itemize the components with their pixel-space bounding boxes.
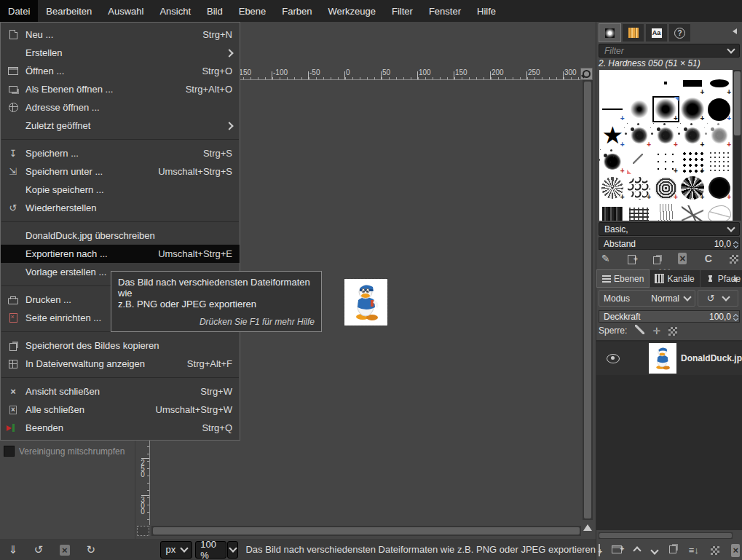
menubar-item-hilfe[interactable]: Hilfe [469,0,504,22]
vertical-scrollbar[interactable] [583,80,593,520]
menubar-item-bild[interactable]: Bild [199,0,231,22]
zoom-level-field[interactable]: 100 % [195,541,226,559]
open-brush-as-image-button[interactable] [730,251,738,266]
new-layer-group-button[interactable] [612,544,622,557]
brush-cell[interactable]: + [679,122,706,149]
menu-item-erstellen[interactable]: Erstellen [1,44,240,62]
new-layer-button[interactable] [599,544,600,557]
brush-cell[interactable]: ★+ [599,122,626,149]
tab-patterns[interactable] [623,24,644,42]
tab-layers[interactable]: Ebenen [597,270,649,287]
lock-alpha-button[interactable] [668,326,677,336]
brush-cell[interactable]: + [626,122,653,149]
brush-cell[interactable] [599,70,626,96]
menu-item-in-dateiverwaltung-anzeigen[interactable]: In Dateiverwaltung anzeigenStrg+Alt+F [1,355,240,373]
layer-scrollbar-thumb[interactable] [599,533,732,538]
lock-position-button[interactable]: ✛ [652,326,660,336]
menubar-item-ansicht[interactable]: Ansicht [151,0,199,22]
vertical-scrollbar-thumb[interactable] [584,82,591,518]
menu-item-kopie-speichern[interactable]: Kopie speichern ... [1,181,240,199]
brush-scrollbar-thumb[interactable] [734,71,741,135]
menubar-item-auswahl[interactable]: Auswahl [100,0,151,22]
menu-item-öffnen[interactable]: Öffnen ...Strg+O [1,62,240,80]
brush-filter-input[interactable]: Filter [599,44,740,58]
refresh-brushes-button[interactable]: C [705,251,712,266]
zoom-dropdown-button[interactable] [227,541,239,559]
new-brush-button[interactable] [628,251,636,266]
brush-spacing-slider[interactable]: Abstand 10,0 [599,237,740,250]
delete-brush-button[interactable]: × [678,251,687,266]
layer-row-donaldduck[interactable]: DonaldDuck.jp [596,342,742,375]
brush-cell[interactable]: + [626,175,653,201]
horizontal-scrollbar-thumb[interactable] [153,527,580,535]
brush-group-dropdown[interactable]: Basic, [599,222,740,236]
menu-item-alle-schließen[interactable]: ×Alle schließenUmschalt+Strg+W [1,401,240,419]
navigation-button[interactable] [582,521,593,533]
brush-cell[interactable]: + [679,175,706,201]
brush-cell[interactable]: + [706,201,733,221]
brush-cell[interactable]: + [626,201,653,221]
tab-fonts[interactable]: Aa [646,24,667,42]
brush-cell[interactable]: + [679,201,706,221]
mode-group-switch-button[interactable]: ↺ [698,290,738,307]
reset-tool-options-button[interactable]: ↻ [86,544,95,555]
brush-grid-scrollbar[interactable] [733,70,741,221]
unit-dropdown[interactable]: px [160,541,192,559]
brush-cell[interactable]: + [652,201,679,221]
menu-item-wiederherstellen[interactable]: ↺Wiederherstellen [1,199,240,217]
opacity-spinner[interactable] [734,312,738,320]
save-tool-preset-button[interactable]: ⇓ [8,544,17,555]
menu-item-speicherort-des-bildes-kopieren[interactable]: Speicherort des Bildes kopieren [1,336,240,355]
tab-help[interactable]: ? [669,24,690,42]
menubar-item-werkzeuge[interactable]: Werkzeuge [320,0,384,22]
edit-brush-button[interactable]: ✎ [601,251,610,266]
menubar-item-bearbeiten[interactable]: Bearbeiten [38,0,100,22]
spacing-spinner[interactable] [734,240,738,248]
menu-item-ansicht-schließen[interactable]: ×Ansicht schließenStrg+W [1,382,240,401]
menu-item-speichern-unter[interactable]: ⇲Speichern unter ...Umschalt+Strg+S [1,162,240,181]
brush-cell[interactable]: + [706,96,733,122]
brush-cell-selected[interactable]: + [652,96,679,122]
menubar-item-filter[interactable]: Filter [384,0,421,22]
canvas-image-donaldduck[interactable] [344,279,387,326]
delete-tool-preset-button[interactable]: × [60,544,70,556]
checkbox-icon[interactable] [4,446,15,457]
duplicate-layer-button[interactable] [669,543,676,557]
brush-cell[interactable]: + [679,70,706,96]
menu-item-donaldduck-jpg-überschreiben[interactable]: DonaldDuck.jpg überschreiben [1,226,240,245]
brush-cell[interactable]: + [599,175,626,201]
lower-layer-button[interactable] [652,544,658,557]
quick-mask-toggle[interactable] [137,526,149,536]
menu-item-zuletzt-geöffnet[interactable]: Zuletzt geöffnet [1,117,240,135]
horizontal-scrollbar[interactable] [151,526,581,536]
menu-item-neu[interactable]: Neu ...Strg+N [1,25,240,44]
menu-item-speichern[interactable]: ↧Speichern ...Strg+S [1,144,240,162]
visibility-eye-icon[interactable] [607,354,620,363]
brush-cell[interactable] [706,149,733,175]
menubar-item-fenster[interactable]: Fenster [421,0,469,22]
dock-menu-button[interactable] [730,275,740,284]
brush-cell[interactable]: + [706,70,733,96]
restore-tool-preset-button[interactable]: ↺ [34,544,44,555]
brush-cell[interactable] [626,96,653,122]
brush-cell[interactable] [626,149,653,175]
anchor-layer-button[interactable] [711,544,719,557]
menubar-item-farben[interactable]: Farben [274,0,320,22]
merge-down-button[interactable]: ≡↓ [689,544,699,557]
zoom-follow-window-button[interactable] [580,68,593,80]
brush-cell[interactable]: + [599,96,626,122]
layer-opacity-slider[interactable]: Deckkraft 100,0 [599,310,740,323]
duplicate-brush-button[interactable] [653,251,660,266]
menu-item-beenden[interactable]: BeendenStrg+Q [1,419,240,437]
menu-item-exportieren-nach[interactable]: Exportieren nach ...Umschalt+Strg+E [1,245,240,263]
brush-cell[interactable]: + [599,149,626,175]
brush-cell[interactable]: + [652,122,679,149]
menubar-item-ebene[interactable]: Ebene [231,0,275,22]
brush-cell[interactable]: + [679,96,706,122]
delete-layer-button[interactable]: × [731,544,740,557]
brush-cell[interactable]: + [652,149,679,175]
brush-cell[interactable]: + [706,175,733,201]
layer-mode-dropdown[interactable]: Modus Normal [599,290,695,307]
brush-cell[interactable] [652,70,679,96]
menu-item-adresse-öffnen[interactable]: Adresse öffnen ... [1,98,240,117]
